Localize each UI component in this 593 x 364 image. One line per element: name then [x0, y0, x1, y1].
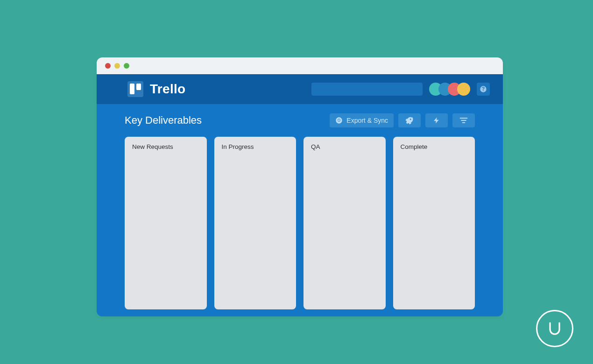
list-title: New Requests [132, 143, 199, 150]
svg-rect-1 [461, 120, 466, 121]
svg-rect-2 [462, 122, 466, 123]
export-sync-label: Export & Sync [346, 117, 388, 124]
brand: Trello [127, 81, 186, 97]
window-titlebar [97, 57, 503, 74]
list-complete[interactable]: Complete [393, 137, 475, 309]
unito-watermark-icon [536, 310, 573, 347]
board-header: Key Deliverables Export & Sync [97, 104, 503, 137]
trello-logo-icon [127, 81, 143, 97]
app-window: Trello Key Deliverables Export & Sync [97, 57, 503, 316]
member-avatars [429, 83, 470, 96]
list-title: Complete [401, 143, 468, 150]
board-title: Key Deliverables [125, 114, 202, 126]
board-lists: New Requests In Progress QA Complete [97, 137, 503, 316]
window-minimize-button[interactable] [114, 63, 120, 69]
list-qa[interactable]: QA [304, 137, 386, 309]
list-in-progress[interactable]: In Progress [214, 137, 296, 309]
export-sync-button[interactable]: Export & Sync [330, 113, 394, 127]
lightning-icon [433, 116, 440, 125]
window-close-button[interactable] [105, 63, 111, 69]
help-icon [480, 85, 487, 93]
automation-button[interactable] [425, 113, 448, 127]
search-input[interactable] [311, 83, 423, 96]
powerups-button[interactable] [398, 113, 421, 127]
list-title: QA [311, 143, 378, 150]
help-button[interactable] [477, 83, 490, 96]
brand-name: Trello [150, 82, 186, 97]
avatar[interactable] [457, 83, 470, 96]
list-new-requests[interactable]: New Requests [125, 137, 207, 309]
app-header: Trello [97, 74, 503, 104]
svg-rect-0 [460, 118, 468, 119]
filter-button[interactable] [452, 113, 475, 127]
list-title: In Progress [222, 143, 289, 150]
filter-icon [459, 117, 468, 124]
sync-icon [335, 117, 343, 124]
rocket-icon [405, 116, 414, 125]
window-maximize-button[interactable] [124, 63, 129, 69]
